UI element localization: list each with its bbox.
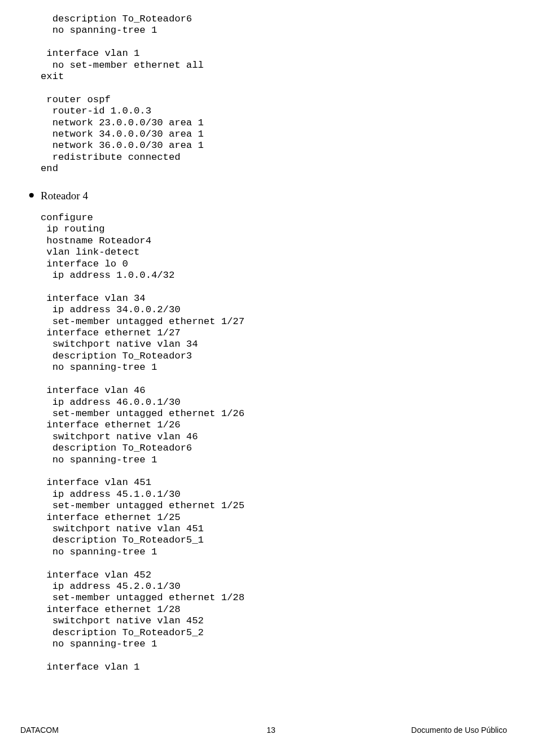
code-block-2: configure ip routing hostname Roteador4 … <box>41 212 244 673</box>
bullet-icon: ● <box>28 189 34 200</box>
code-block-1: description To_Roteador6 no spanning-tre… <box>41 14 204 175</box>
page: description To_Roteador6 no spanning-tre… <box>0 0 542 756</box>
section-heading-roteador4: Roteador 4 <box>41 190 88 202</box>
footer-right: Documento de Uso Público <box>411 726 507 735</box>
